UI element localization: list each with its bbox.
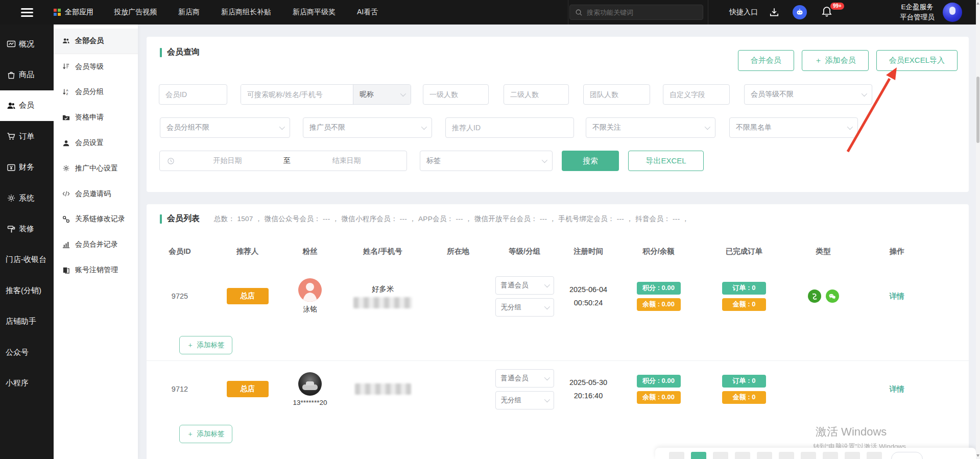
scroll-up-arrow[interactable] [976, 2, 979, 5]
level-select[interactable]: 普通会员 [495, 276, 554, 295]
wechat-icon[interactable] [826, 289, 839, 303]
user-icon [62, 139, 70, 147]
follow-filter-select[interactable]: 不限关注 [586, 117, 715, 138]
member-excel-import-button[interactable]: 会员EXCEL导入 [876, 50, 958, 71]
page-button[interactable] [669, 452, 684, 459]
keyword-type-select[interactable]: 昵称 [353, 85, 411, 104]
top-menu-item[interactable]: 新店商组长补贴 [221, 8, 271, 17]
amount-badge: 金额 : 0 [722, 391, 766, 404]
chevron-down-icon [544, 303, 549, 309]
customer-service-icon[interactable] [793, 5, 807, 19]
custom-field-input[interactable] [663, 84, 730, 105]
sidebar-item-system[interactable]: 系统 [0, 183, 54, 213]
group-select[interactable]: 无分组 [495, 298, 554, 317]
video-channel-icon[interactable] [808, 289, 821, 303]
keyword-input[interactable] [241, 85, 353, 104]
tag-row: ＋添加标签 [179, 425, 232, 443]
register-time: 00:50:24 [574, 296, 603, 309]
submenu-account-deletion[interactable]: 账号注销管理 [54, 257, 138, 283]
top-menu-item[interactable]: AI看舌 [357, 8, 378, 17]
page-scrollbar[interactable] [976, 0, 980, 459]
masked-phone [353, 297, 412, 308]
sidebar-item-official-account[interactable]: 公众号 [0, 337, 54, 368]
page-button[interactable] [867, 452, 882, 459]
sidebar-item-overview[interactable]: 概况 [0, 29, 54, 59]
member-admin-app: 全部应用 投放广告视频 新店商 新店商组长补贴 新店商平级奖 AI看舌 快捷入口… [0, 0, 980, 459]
date-range-picker[interactable]: 开始日期 至 结束日期 [159, 151, 407, 171]
page-more-button[interactable] [891, 452, 923, 459]
global-search[interactable] [569, 5, 703, 20]
page-button[interactable] [757, 452, 772, 459]
level2-count-input[interactable] [504, 84, 569, 105]
user-account[interactable]: E企盈服务 平台管理员 [893, 2, 942, 22]
member-name: 好多米 [372, 284, 394, 294]
top-menu-item[interactable]: 新店商 [178, 8, 200, 17]
member-level-select[interactable]: 会员等级不限 [744, 84, 872, 105]
member-group-select[interactable]: 会员分组不限 [160, 117, 290, 138]
submenu-merge-records[interactable]: 会员合并记录 [54, 232, 138, 257]
member-list-panel: 会员列表 总数： 1507 ， 微信公众号会员： --- ， 微信小程序会员： … [147, 204, 969, 459]
search-input[interactable] [587, 9, 698, 16]
avatar[interactable] [298, 278, 322, 302]
search-icon [575, 9, 583, 16]
member-id: 9725 [172, 292, 188, 300]
top-menu-item[interactable]: 投放广告视频 [114, 8, 157, 17]
top-menu-item[interactable]: 新店商平级奖 [293, 8, 336, 17]
member-id-input[interactable] [159, 84, 227, 105]
add-member-button[interactable]: ＋添加会员 [802, 50, 869, 71]
detail-link[interactable]: 详情 [890, 384, 904, 394]
promoter-select[interactable]: 推广员不限 [303, 117, 432, 138]
level-select[interactable]: 普通会员 [495, 369, 554, 388]
tag-select[interactable]: 标签 [420, 151, 553, 171]
scroll-down-arrow[interactable] [976, 454, 979, 457]
referrer-badge[interactable]: 总店 [227, 288, 269, 304]
sidebar-item-mini-program[interactable]: 小程序 [0, 368, 54, 398]
page-button[interactable] [713, 452, 728, 459]
submenu-invite-code[interactable]: 会员邀请码 [54, 181, 138, 207]
submenu-member-levels[interactable]: 会员等级 [54, 54, 138, 80]
members-icon [7, 101, 16, 110]
add-tag-button[interactable]: ＋添加标签 [179, 336, 232, 354]
page-button[interactable] [801, 452, 816, 459]
referrer-badge[interactable]: 总店 [227, 381, 269, 397]
sidebar-item-decoration[interactable]: 装修 [0, 213, 54, 244]
submenu-relation-chain-log[interactable]: 关系链修改记录 [54, 207, 138, 232]
level1-count-input[interactable] [423, 84, 489, 105]
sidebar-item-goods[interactable]: 商品 [0, 59, 54, 90]
sidebar-item-shop-assistant[interactable]: 店铺助手 [0, 306, 54, 337]
page-button[interactable] [845, 452, 860, 459]
sidebar-item-members[interactable]: 会员 [0, 90, 54, 121]
sidebar-item-orders[interactable]: 订单 [0, 121, 54, 152]
page-button[interactable] [735, 452, 750, 459]
add-tag-button[interactable]: ＋添加标签 [179, 425, 232, 443]
avatar[interactable] [943, 3, 962, 22]
download-icon[interactable] [769, 7, 779, 19]
page-button-active[interactable] [691, 452, 706, 459]
referrer-id-input[interactable] [445, 117, 574, 138]
sidebar-item-store-pos[interactable]: 门店-收银台 [0, 245, 54, 275]
avatar[interactable] [298, 372, 322, 396]
title-accent-bar [160, 214, 162, 224]
group-select[interactable]: 无分组 [495, 391, 554, 409]
submenu-promotion-settings[interactable]: 推广中心设置 [54, 156, 138, 181]
submenu-member-groups[interactable]: AZ 会员分组 [54, 80, 138, 105]
submenu-member-settings[interactable]: 会员设置 [54, 130, 138, 156]
users-group-icon [62, 37, 70, 45]
detail-link[interactable]: 详情 [890, 292, 904, 301]
page-button[interactable] [779, 452, 794, 459]
export-excel-button[interactable]: 导出EXCEL [628, 151, 704, 171]
submenu-qualification[interactable]: 资格申请 [54, 105, 138, 130]
search-button[interactable]: 搜索 [562, 151, 619, 171]
hamburger-menu-icon[interactable] [0, 8, 54, 17]
all-apps-button[interactable]: 全部应用 [54, 8, 93, 17]
merge-members-button[interactable]: 合并会员 [738, 50, 794, 71]
page-button[interactable] [823, 452, 838, 459]
scrollbar-thumb[interactable] [976, 77, 979, 143]
finance-icon [7, 163, 16, 172]
blacklist-filter-select[interactable]: 不限黑名单 [729, 117, 858, 138]
sidebar-item-finance[interactable]: 财务 [0, 152, 54, 183]
quick-entry-link[interactable]: 快捷入口 [729, 0, 758, 25]
team-count-input[interactable] [583, 84, 650, 105]
submenu-all-members[interactable]: 全部会员 [54, 29, 138, 54]
sidebar-item-distribution[interactable]: 推客(分销) [0, 275, 54, 306]
